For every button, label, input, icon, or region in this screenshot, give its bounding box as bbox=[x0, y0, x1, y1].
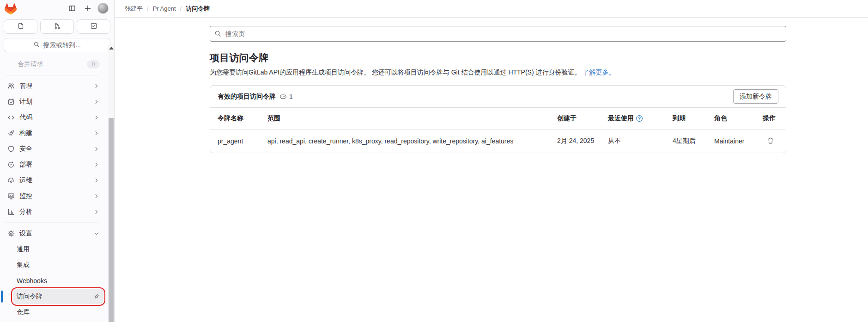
sidebar-item-webhooks[interactable]: Webhooks bbox=[13, 273, 103, 288]
add-token-button[interactable]: 添加新令牌 bbox=[733, 89, 778, 104]
todos-shortcut-button[interactable] bbox=[77, 19, 110, 34]
sidebar-item-operate[interactable]: 运维 bbox=[4, 173, 103, 188]
token-count: 1 bbox=[289, 93, 293, 100]
gear-icon bbox=[7, 230, 15, 237]
sidebar-item-label: 通用 bbox=[17, 245, 30, 254]
sidebar-item-label: 代码 bbox=[19, 113, 32, 122]
page-content: 项目访问令牌 为您需要访问GitLab API的应用程序生成项目访问令牌。 您还… bbox=[115, 18, 868, 153]
users-icon bbox=[7, 82, 15, 90]
code-icon bbox=[7, 114, 15, 121]
shield-icon bbox=[7, 145, 15, 153]
chevron-down-icon bbox=[93, 230, 100, 237]
sidebar-item-code[interactable]: 代码 bbox=[4, 110, 103, 125]
sidebar-item-label: 计划 bbox=[19, 98, 32, 106]
divider bbox=[5, 75, 99, 75]
scrollbar-up-arrow-icon[interactable] bbox=[109, 47, 114, 50]
calendar-icon bbox=[7, 98, 15, 105]
token-table-header: 令牌名称 范围 创建于 最近使用 ? 到期 角色 操作 bbox=[210, 108, 786, 130]
sidebar-item-deploy[interactable]: 部署 bbox=[4, 157, 103, 172]
sidebar-item-analyze[interactable]: 分析 bbox=[4, 204, 103, 219]
chevron-right-icon bbox=[93, 209, 100, 215]
sidebar-item-access-tokens[interactable]: 访问令牌 bbox=[13, 289, 103, 304]
search-or-go-button[interactable]: 搜索或转到... bbox=[4, 38, 110, 52]
chevron-right-icon bbox=[93, 99, 100, 105]
sidebar-item-integrations[interactable]: 集成 bbox=[13, 258, 103, 272]
sidebar-header bbox=[0, 0, 114, 17]
issues-shortcut-button[interactable] bbox=[4, 19, 37, 34]
todos-icon bbox=[90, 22, 97, 31]
token-table-row: pr_agent api, read_api, create_runner, k… bbox=[210, 130, 786, 153]
sidebar-nav: 合并请求 0 管理 计划 代码 构建 bbox=[0, 54, 103, 320]
sidebar-item-label: 集成 bbox=[17, 261, 30, 269]
sidebar-item-merge-requests[interactable]: 合并请求 0 bbox=[4, 57, 103, 72]
column-header-expires: 到期 bbox=[673, 114, 714, 123]
sidebar-item-general[interactable]: 通用 bbox=[13, 242, 103, 257]
rocket-icon bbox=[7, 130, 15, 137]
chart-icon bbox=[7, 208, 15, 216]
sidebar-item-label: 仓库 bbox=[17, 308, 30, 316]
token-created: 2月 24, 2025 bbox=[557, 137, 608, 145]
token-name: pr_agent bbox=[218, 137, 267, 145]
active-tokens-card: 有效的项目访问令牌 1 添加新令牌 令牌名称 范围 创建于 最近使用 ? bbox=[210, 85, 786, 153]
breadcrumb: 张建平 / Pr Agent / 访问令牌 bbox=[125, 5, 210, 13]
gitlab-logo[interactable] bbox=[5, 3, 17, 14]
deploy-icon bbox=[7, 161, 15, 168]
sidebar-item-label: 设置 bbox=[19, 229, 32, 238]
sidebar-item-monitor[interactable]: 监控 bbox=[4, 189, 103, 204]
search-or-go-label: 搜索或转到... bbox=[43, 41, 81, 50]
sidebar: 搜索或转到... 合并请求 0 管理 计划 代码 bbox=[0, 0, 115, 322]
sidebar-item-label: 分析 bbox=[19, 208, 32, 216]
sidebar-shortcuts bbox=[0, 17, 114, 35]
sidebar-item-settings[interactable]: 设置 bbox=[4, 226, 103, 241]
sidebar-item-label: 合并请求 bbox=[6, 60, 43, 68]
settings-search-input[interactable] bbox=[210, 26, 786, 42]
breadcrumb-group[interactable]: 张建平 bbox=[125, 5, 143, 13]
sidebar-item-label: 监控 bbox=[19, 192, 32, 200]
merge-requests-shortcut-button[interactable] bbox=[40, 19, 74, 34]
column-header-role: 角色 bbox=[714, 114, 763, 123]
sidebar-item-label: 管理 bbox=[19, 82, 32, 90]
breadcrumb-separator: / bbox=[180, 5, 182, 12]
delete-token-button[interactable] bbox=[766, 136, 775, 147]
question-circle-icon[interactable]: ? bbox=[636, 115, 643, 122]
chevron-right-icon bbox=[93, 114, 100, 121]
merge-request-icon bbox=[54, 22, 61, 31]
sidebar-scrollbar[interactable] bbox=[108, 45, 114, 322]
sidebar-item-label: 部署 bbox=[19, 161, 32, 169]
chevron-right-icon bbox=[93, 83, 100, 89]
gitlab-app: 搜索或转到... 合并请求 0 管理 计划 代码 bbox=[0, 0, 868, 322]
sidebar-toggle-button[interactable] bbox=[66, 2, 78, 14]
sidebar-item-label: 访问令牌 bbox=[17, 292, 42, 301]
sidebar-item-secure[interactable]: 安全 bbox=[4, 142, 103, 156]
sidebar-item-plan[interactable]: 计划 bbox=[4, 94, 103, 109]
token-expires: 4星期后 bbox=[673, 137, 714, 145]
card-title: 有效的项目访问令牌 bbox=[218, 93, 276, 101]
topbar: 张建平 / Pr Agent / 访问令牌 bbox=[115, 0, 868, 18]
sidebar-item-manage[interactable]: 管理 bbox=[4, 79, 103, 93]
settings-search bbox=[210, 26, 786, 42]
cloud-gear-icon bbox=[7, 177, 15, 184]
sidebar-item-label: Webhooks bbox=[17, 277, 47, 285]
card-header: 有效的项目访问令牌 1 添加新令牌 bbox=[210, 86, 786, 108]
token-scopes: api, read_api, create_runner, k8s_proxy,… bbox=[267, 137, 557, 145]
pin-icon[interactable] bbox=[93, 293, 100, 300]
scrollbar-thumb[interactable] bbox=[109, 118, 114, 322]
learn-more-link[interactable]: 了解更多。 bbox=[583, 68, 615, 76]
sidebar-item-repository[interactable]: 仓库 bbox=[13, 305, 103, 320]
sidebar-item-label: 构建 bbox=[19, 129, 32, 137]
divider bbox=[5, 223, 99, 223]
create-new-button[interactable] bbox=[82, 2, 94, 14]
issues-icon bbox=[17, 22, 24, 31]
page-title: 项目访问令牌 bbox=[210, 51, 786, 64]
chevron-right-icon bbox=[93, 177, 100, 184]
user-avatar[interactable] bbox=[97, 3, 109, 14]
breadcrumb-project[interactable]: Pr Agent bbox=[153, 5, 176, 12]
column-header-created: 创建于 bbox=[557, 114, 608, 123]
chevron-right-icon bbox=[93, 193, 100, 199]
breadcrumb-current: 访问令牌 bbox=[186, 5, 210, 13]
chevron-right-icon bbox=[93, 130, 100, 136]
column-header-actions: 操作 bbox=[763, 114, 778, 123]
column-header-last-used: 最近使用 bbox=[608, 114, 634, 123]
sidebar-item-build[interactable]: 构建 bbox=[4, 126, 103, 141]
sidebar-item-label: 安全 bbox=[19, 145, 32, 153]
